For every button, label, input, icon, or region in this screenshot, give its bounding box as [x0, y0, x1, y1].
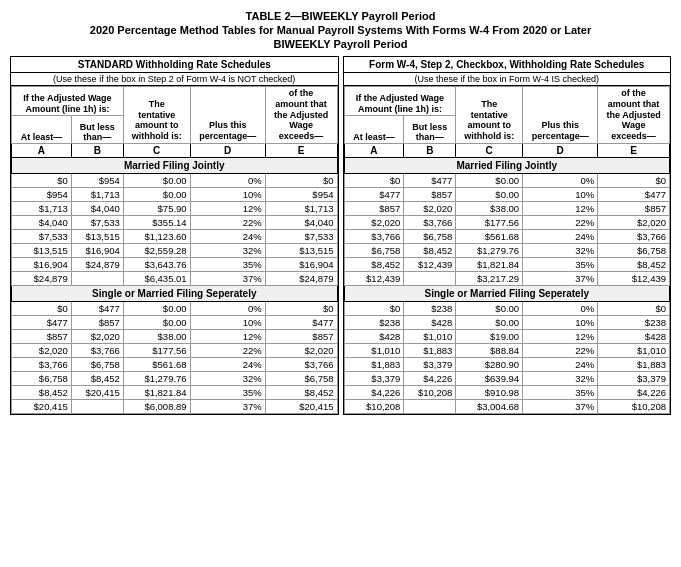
table-cell: $428 [598, 329, 670, 343]
table-cell: $477 [344, 187, 404, 201]
table-cell: $1,821.84 [456, 257, 523, 271]
table-cell: $477 [265, 315, 337, 329]
table-cell: 32% [523, 243, 598, 257]
table-cell: $2,559.28 [123, 243, 190, 257]
table-cell: $4,226 [598, 385, 670, 399]
table-cell: $6,435.01 [123, 271, 190, 285]
table-cell: $954 [12, 187, 72, 201]
table-cell: $910.98 [456, 385, 523, 399]
filing-header-row: Married Filing Jointly [344, 157, 670, 173]
table-cell: $477 [71, 301, 123, 315]
table-cell: 35% [523, 385, 598, 399]
table-cell: $13,515 [265, 243, 337, 257]
table-cell: $0 [12, 173, 72, 187]
table-row: $2,020$3,766$177.5622%$2,020 [12, 343, 338, 357]
table-cell [71, 399, 123, 413]
table-row: $0$238$0.000%$0 [344, 301, 670, 315]
table-row: $10,208$3,004.6837%$10,208 [344, 399, 670, 413]
table-cell: $2,020 [598, 215, 670, 229]
table-cell: $0.00 [456, 301, 523, 315]
table-cell: $8,452 [12, 385, 72, 399]
left-col-b: B [71, 143, 123, 157]
table-cell: $1,883 [344, 357, 404, 371]
table-cell: $1,713 [265, 201, 337, 215]
table-cell: $561.68 [123, 357, 190, 371]
right-col-e-header: of theamount thatthe AdjustedWageexceeds… [598, 87, 670, 144]
table-cell: $0 [344, 173, 404, 187]
table-cell: 10% [190, 315, 265, 329]
table-cell: $3,766 [265, 357, 337, 371]
table-cell: 24% [190, 357, 265, 371]
table-cell: $0 [598, 301, 670, 315]
table-cell: $6,008.89 [123, 399, 190, 413]
table-cell: $6,758 [265, 371, 337, 385]
table-cell: $1,713 [12, 201, 72, 215]
table-row: $0$954$0.000%$0 [12, 173, 338, 187]
table-cell: $8,452 [404, 243, 456, 257]
table-cell: $0.00 [123, 315, 190, 329]
table-cell: $2,020 [12, 343, 72, 357]
table-cell: $4,040 [71, 201, 123, 215]
table-cell: $0.00 [123, 301, 190, 315]
table-row: $6,758$8,452$1,279.7632%$6,758 [12, 371, 338, 385]
table-row: $6,758$8,452$1,279.7632%$6,758 [344, 243, 670, 257]
table-cell: $2,020 [71, 329, 123, 343]
left-col-ab-header: If the Adjusted WageAmount (line 1h) is: [12, 87, 124, 116]
table-row: $8,452$20,415$1,821.8435%$8,452 [12, 385, 338, 399]
table-cell: $24,879 [265, 271, 337, 285]
table-row: $3,766$6,758$561.6824%$3,766 [12, 357, 338, 371]
left-table-subheader: (Use these if the box in Step 2 of Form … [11, 73, 338, 86]
table-cell: $10,208 [344, 399, 404, 413]
table-cell: $355.14 [123, 215, 190, 229]
table-cell: $477 [404, 173, 456, 187]
table-cell: $6,758 [12, 371, 72, 385]
table-row: $13,515$16,904$2,559.2832%$13,515 [12, 243, 338, 257]
table-cell: 35% [523, 257, 598, 271]
table-cell: $24,879 [71, 257, 123, 271]
table-row: $477$857$0.0010%$477 [344, 187, 670, 201]
table-cell: $3,004.68 [456, 399, 523, 413]
left-col-d-header: Plus thispercentage— [190, 87, 265, 144]
table-cell: $177.56 [123, 343, 190, 357]
table-row: $4,226$10,208$910.9835%$4,226 [344, 385, 670, 399]
table-cell: $857 [344, 201, 404, 215]
right-col-header-row: If the Adjusted WageAmount (line 1h) is:… [344, 87, 670, 116]
table-cell: $88.84 [456, 343, 523, 357]
table-cell: $0 [598, 173, 670, 187]
table-cell: $238 [404, 301, 456, 315]
left-table: If the Adjusted WageAmount (line 1h) is:… [11, 86, 338, 414]
right-table: If the Adjusted WageAmount (line 1h) is:… [344, 86, 671, 414]
table-cell: $38.00 [123, 329, 190, 343]
table-cell: $20,415 [265, 399, 337, 413]
table-row: $3,379$4,226$639.9432%$3,379 [344, 371, 670, 385]
table-cell: $20,415 [71, 385, 123, 399]
left-table-header: STANDARD Withholding Rate Schedules [11, 57, 338, 73]
table-row: $857$2,020$38.0012%$857 [12, 329, 338, 343]
table-cell: $3,379 [404, 357, 456, 371]
filing-header-row: Single or Married Filing Seperately [12, 285, 338, 301]
table-cell: $8,452 [71, 371, 123, 385]
table-cell: $8,452 [598, 257, 670, 271]
table-cell: $3,766 [404, 215, 456, 229]
right-col-ab-header: If the Adjusted WageAmount (line 1h) is: [344, 87, 456, 116]
table-cell: $1,010 [404, 329, 456, 343]
table-cell: 10% [523, 187, 598, 201]
table-cell: $4,226 [404, 371, 456, 385]
table-cell: $4,040 [265, 215, 337, 229]
table-cell: $177.56 [456, 215, 523, 229]
table-cell: $6,758 [71, 357, 123, 371]
table-cell: $857 [12, 329, 72, 343]
table-cell: 24% [523, 229, 598, 243]
table-cell: $0 [265, 301, 337, 315]
left-col-d: D [190, 143, 265, 157]
left-col-c-header: Thetentativeamount towithhold is: [123, 87, 190, 144]
table-cell: 0% [523, 301, 598, 315]
table-cell: $6,758 [598, 243, 670, 257]
table-cell: $4,226 [344, 385, 404, 399]
table-cell: 37% [190, 399, 265, 413]
table-cell: $12,439 [404, 257, 456, 271]
right-col-alpha-row: A B C D E [344, 143, 670, 157]
right-col-d: D [523, 143, 598, 157]
table-cell: 22% [190, 215, 265, 229]
table-cell: $857 [265, 329, 337, 343]
